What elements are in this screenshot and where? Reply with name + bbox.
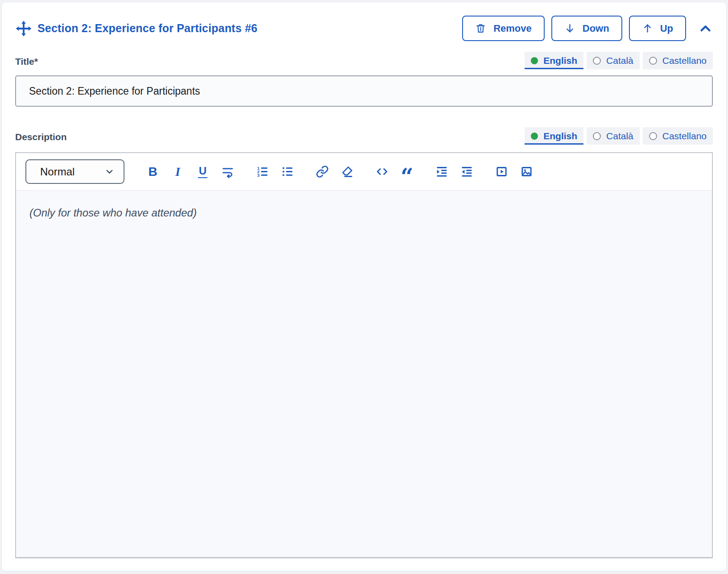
section-card: Section 2: Experience for Participants #… xyxy=(1,2,727,571)
move-down-button[interactable]: Down xyxy=(551,16,622,41)
toolbar-group-lists: 1 2 3 xyxy=(256,165,294,178)
indent-decrease-icon[interactable] xyxy=(460,165,473,178)
bold-icon[interactable]: B xyxy=(146,165,159,178)
header-actions: Remove Down Up xyxy=(462,16,713,41)
collapse-section-button[interactable] xyxy=(698,21,713,36)
toolbar-group-indent xyxy=(435,165,473,178)
remove-label: Remove xyxy=(493,23,532,34)
ordered-list-icon[interactable]: 1 2 3 xyxy=(256,165,269,178)
rich-text-editor: Normal B I U xyxy=(15,152,713,558)
language-label: Català xyxy=(606,131,633,141)
italic-icon[interactable]: I xyxy=(171,165,184,178)
page: Section 2: Experience for Participants #… xyxy=(0,0,728,574)
drag-move-icon[interactable] xyxy=(15,20,32,37)
svg-text:3: 3 xyxy=(257,173,260,178)
trash-icon xyxy=(475,23,486,34)
blockquote-icon[interactable]: “ xyxy=(401,165,414,178)
link-icon[interactable] xyxy=(316,165,329,178)
language-tab-catala[interactable]: Català xyxy=(587,127,640,145)
bullet-list-icon[interactable] xyxy=(281,165,294,178)
language-tab-catala[interactable]: Català xyxy=(587,52,640,69)
text-wrap-icon[interactable] xyxy=(221,165,234,178)
language-tab-english[interactable]: English xyxy=(525,52,583,69)
language-label: Castellano xyxy=(662,131,707,141)
up-label: Up xyxy=(660,23,673,34)
description-language-tabs: English Català Castellano xyxy=(525,127,713,145)
toolbar-group-link xyxy=(316,165,354,178)
radio-unselected-icon xyxy=(593,132,601,140)
description-field-row: Description English Català Castellano xyxy=(15,127,713,145)
toolbar-group-text-style: B I U xyxy=(146,165,234,178)
toolbar-group-media xyxy=(495,165,533,178)
arrow-up-icon xyxy=(642,23,653,34)
language-label: Català xyxy=(606,55,633,66)
language-tab-english[interactable]: English xyxy=(525,127,583,145)
paragraph-format-select[interactable]: Normal xyxy=(25,159,124,184)
format-value: Normal xyxy=(40,166,74,178)
section-title: Section 2: Experience for Participants #… xyxy=(37,22,257,35)
language-tab-castellano[interactable]: Castellano xyxy=(643,127,713,145)
radio-selected-icon xyxy=(531,57,538,64)
description-label: Description xyxy=(15,132,67,145)
radio-selected-icon xyxy=(531,133,538,140)
down-label: Down xyxy=(583,23,609,34)
image-icon[interactable] xyxy=(520,165,533,178)
title-input[interactable] xyxy=(15,75,713,107)
language-label: English xyxy=(543,131,577,141)
move-up-button[interactable]: Up xyxy=(629,16,686,41)
chevron-down-icon xyxy=(104,166,115,177)
editor-content-area[interactable]: (Only for those who have attended) xyxy=(16,190,712,557)
language-tab-castellano[interactable]: Castellano xyxy=(643,52,713,69)
title-label: Title* xyxy=(15,56,38,69)
remove-button[interactable]: Remove xyxy=(462,16,545,41)
erase-format-icon[interactable] xyxy=(341,165,354,178)
arrow-down-icon xyxy=(564,23,575,34)
title-field-row: Title* English Català Castellano xyxy=(15,52,713,69)
editor-text: (Only for those who have attended) xyxy=(29,207,699,219)
language-label: English xyxy=(543,55,577,66)
title-language-tabs: English Català Castellano xyxy=(525,52,713,69)
section-header: Section 2: Experience for Participants #… xyxy=(15,16,713,41)
radio-unselected-icon xyxy=(593,57,601,65)
toolbar-group-blocks: “ xyxy=(376,165,414,178)
language-label: Castellano xyxy=(662,55,707,66)
radio-unselected-icon xyxy=(649,57,657,65)
editor-toolbar: Normal B I U xyxy=(16,153,712,190)
underline-icon[interactable]: U xyxy=(196,165,209,178)
radio-unselected-icon xyxy=(649,132,657,140)
chevron-up-icon xyxy=(698,21,713,36)
indent-increase-icon[interactable] xyxy=(435,165,448,178)
video-icon[interactable] xyxy=(495,165,508,178)
code-icon[interactable] xyxy=(376,165,389,178)
